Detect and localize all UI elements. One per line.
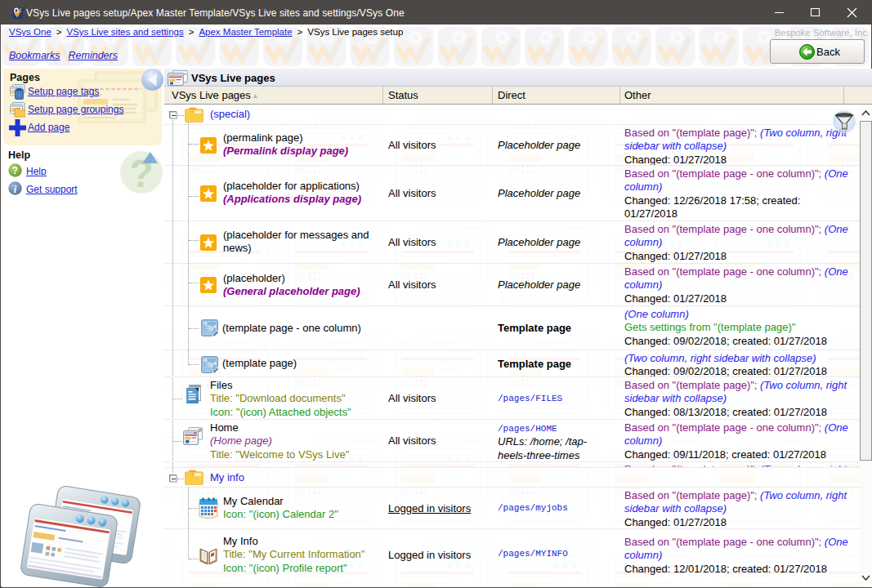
svg-text:?: ? <box>12 165 18 176</box>
